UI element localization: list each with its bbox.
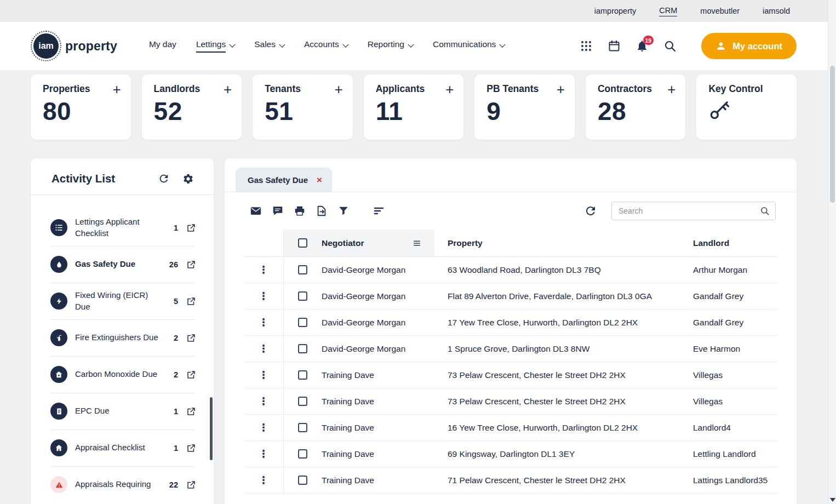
activity-count: 26 <box>164 260 178 269</box>
activity-item-lettings-applicant-checklist[interactable]: Lettings Applicant Checklist 1 <box>31 209 214 246</box>
external-link-icon[interactable] <box>186 296 196 306</box>
card-properties[interactable]: Properties + 80 <box>31 75 131 140</box>
nav-sales[interactable]: Sales <box>254 39 284 53</box>
apps-grid-icon[interactable] <box>580 39 593 53</box>
cell-property: 16 Yew Tree Close, Hurworth, Darlington … <box>434 415 682 440</box>
select-all-checkbox[interactable] <box>298 238 307 248</box>
header-negotiator[interactable]: Negotiator <box>322 238 364 248</box>
topbar-link-crm[interactable]: CRM <box>659 6 677 16</box>
top-utility-bar: iamproperty CRM movebutler iamsold <box>0 0 836 22</box>
export-icon[interactable] <box>316 205 328 217</box>
filter-list-icon[interactable] <box>373 204 386 217</box>
row-checkbox[interactable] <box>298 397 307 406</box>
add-tenant-button[interactable]: + <box>335 84 343 95</box>
card-key-control[interactable]: Key Control <box>696 75 797 140</box>
nav-reporting[interactable]: Reporting <box>368 39 413 53</box>
fire-extinguisher-icon <box>50 329 67 346</box>
card-contractors[interactable]: Contractors + 28 <box>586 75 686 140</box>
topbar-link-iamproperty[interactable]: iamproperty <box>594 7 637 15</box>
topbar-link-iamsold[interactable]: iamsold <box>763 7 790 15</box>
email-icon[interactable] <box>250 205 262 217</box>
row-checkbox[interactable] <box>298 344 307 353</box>
row-checkbox[interactable] <box>298 423 307 432</box>
column-menu-icon[interactable] <box>413 239 421 248</box>
iamproperty-logo[interactable]: iam property <box>31 31 117 61</box>
notifications-bell-icon[interactable]: 19 <box>635 39 649 53</box>
logo-circle: iam <box>33 33 59 59</box>
add-property-button[interactable]: + <box>112 84 121 95</box>
cell-negotiator: Training Dave <box>322 388 434 414</box>
activity-item-fire-extinguishers-due[interactable]: Fire Extinguishers Due 2 <box>31 319 214 356</box>
filter-funnel-icon[interactable] <box>337 205 350 217</box>
gear-icon[interactable] <box>182 173 194 185</box>
my-account-button[interactable]: My account <box>701 33 797 59</box>
nav-communications[interactable]: Communications <box>433 39 505 53</box>
lightning-icon <box>50 293 67 310</box>
header-landlord[interactable]: Landlord <box>693 238 729 248</box>
tab-gas-safety-due[interactable]: Gas Safety Due × <box>236 168 332 192</box>
row-menu-icon[interactable]: ⋮ <box>259 396 269 406</box>
activity-item-appraisal-checklist[interactable]: Appraisal Checklist 1 <box>31 429 214 466</box>
tenants-count: 51 <box>265 96 343 126</box>
search-input[interactable] <box>612 202 760 220</box>
activity-scrollbar-thumb[interactable] <box>210 397 213 460</box>
external-link-icon[interactable] <box>186 443 196 453</box>
activity-item-carbon-monoxide-due[interactable]: Carbon Monoxide Due 2 <box>31 356 214 393</box>
add-contractor-button[interactable]: + <box>667 84 675 95</box>
scroll-down-arrow[interactable] <box>830 498 835 502</box>
row-menu-icon[interactable]: ⋮ <box>259 422 269 433</box>
row-menu-icon[interactable]: ⋮ <box>259 265 269 275</box>
activity-item-fixed-wiring-due[interactable]: Fixed Wiring (EICR) Due 5 <box>31 283 214 319</box>
print-icon[interactable] <box>294 205 306 217</box>
sms-icon[interactable] <box>272 205 284 217</box>
row-checkbox[interactable] <box>298 291 307 301</box>
row-menu-icon[interactable]: ⋮ <box>259 449 269 459</box>
nav-lettings[interactable]: Lettings <box>196 39 234 53</box>
refresh-icon[interactable] <box>158 173 170 185</box>
card-applicants[interactable]: Applicants + 11 <box>364 75 464 140</box>
content-area: Activity List Lettings Applicant Checkli… <box>31 158 797 504</box>
card-landlords[interactable]: Landlords + 52 <box>142 75 242 140</box>
row-checkbox[interactable] <box>298 370 307 380</box>
scrollbar-thumb[interactable] <box>830 66 835 203</box>
external-link-icon[interactable] <box>186 223 196 233</box>
search-icon[interactable] <box>663 39 677 53</box>
row-menu-icon[interactable]: ⋮ <box>259 475 269 485</box>
row-checkbox[interactable] <box>298 265 307 274</box>
card-pb-tenants[interactable]: PB Tenants + 9 <box>474 75 575 140</box>
activity-item-appraisals-requiring[interactable]: Appraisals Requiring 22 <box>31 466 214 503</box>
nav-my-day[interactable]: My day <box>149 39 176 53</box>
calendar-icon[interactable] <box>608 39 621 53</box>
row-menu-icon[interactable]: ⋮ <box>259 343 269 354</box>
activity-list-panel: Activity List Lettings Applicant Checkli… <box>31 158 214 504</box>
row-checkbox[interactable] <box>298 318 307 327</box>
row-menu-icon[interactable]: ⋮ <box>259 317 269 328</box>
external-link-icon[interactable] <box>186 333 196 343</box>
cell-landlord: Lattings Landlord35 <box>682 467 778 493</box>
external-link-icon[interactable] <box>186 260 196 270</box>
add-landlord-button[interactable]: + <box>224 84 232 95</box>
search-icon[interactable] <box>760 206 770 216</box>
external-link-icon[interactable] <box>186 406 196 416</box>
add-applicant-button[interactable]: + <box>445 84 454 95</box>
activity-item-gas-safety-due[interactable]: Gas Safety Due 26 <box>31 246 214 283</box>
cell-landlord: Gandalf Grey <box>682 310 778 335</box>
row-menu-icon[interactable]: ⋮ <box>259 370 269 380</box>
refresh-icon[interactable] <box>584 204 597 217</box>
external-link-icon[interactable] <box>186 370 196 380</box>
page-scrollbar[interactable] <box>828 0 836 504</box>
activity-item-epc-due[interactable]: EPC Due 1 <box>31 393 214 429</box>
external-link-icon[interactable] <box>186 480 196 490</box>
add-pb-tenant-button[interactable]: + <box>557 84 565 95</box>
row-checkbox[interactable] <box>298 476 307 485</box>
row-menu-icon[interactable]: ⋮ <box>259 291 269 301</box>
close-tab-icon[interactable]: × <box>317 175 322 185</box>
card-tenants[interactable]: Tenants + 51 <box>253 75 353 140</box>
header-property[interactable]: Property <box>448 238 483 248</box>
person-icon <box>715 41 726 51</box>
topbar-link-movebutler[interactable]: movebutler <box>700 7 740 15</box>
nav-accounts[interactable]: Accounts <box>304 39 348 53</box>
row-checkbox[interactable] <box>298 449 307 459</box>
cell-property: 69 Kingsway, Darlington DL1 3EY <box>434 441 682 467</box>
cell-negotiator: David-George Morgan <box>322 257 434 283</box>
